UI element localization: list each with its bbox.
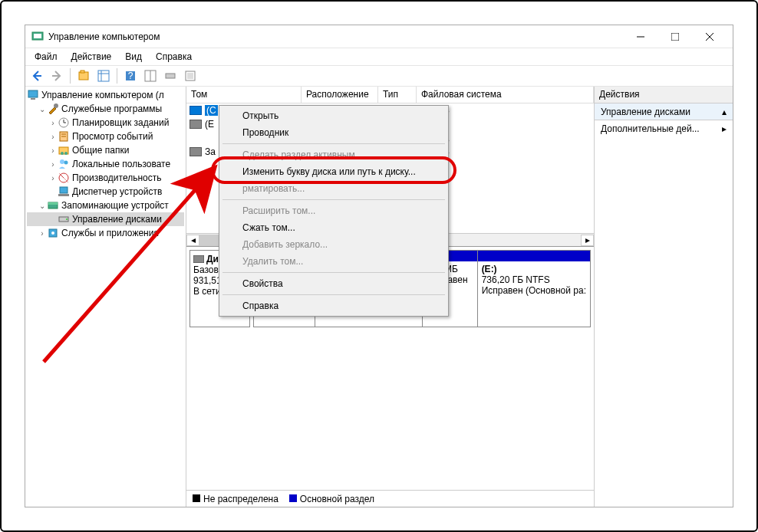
svg-rect-10: [98, 71, 109, 81]
minimize-button[interactable]: [623, 26, 657, 48]
svg-point-30: [61, 152, 64, 155]
actions-section[interactable]: Управление дисками ▴: [595, 103, 733, 120]
tree-disk-management[interactable]: Управление дисками: [27, 212, 184, 226]
svg-rect-19: [187, 73, 193, 79]
col-layout[interactable]: Расположение: [302, 87, 378, 103]
clock-icon: [58, 117, 70, 129]
actions-pane: Действия Управление дисками ▴ Дополнител…: [595, 87, 733, 507]
services-icon: [47, 227, 59, 239]
performance-icon: [58, 172, 70, 184]
toolbar-icon-6[interactable]: [182, 67, 199, 84]
legend-unallocated: Не распределена: [193, 494, 278, 504]
disk-icon: [193, 255, 204, 263]
toolbar-icon-2[interactable]: [95, 67, 112, 84]
tree-root[interactable]: Управление компьютером (л: [27, 88, 184, 102]
tree-event-viewer[interactable]: ›Просмотр событий: [27, 130, 184, 143]
expand-icon[interactable]: ⌄: [38, 105, 47, 113]
ctx-help[interactable]: Справка: [221, 297, 447, 314]
menu-action[interactable]: Действие: [65, 50, 118, 64]
close-button[interactable]: [692, 26, 727, 48]
actions-header: Действия: [595, 87, 733, 103]
svg-point-33: [64, 161, 68, 165]
device-icon: [58, 186, 70, 198]
tree-pane: Управление компьютером (л ⌄ Служебные пр…: [25, 87, 186, 507]
ctx-change-letter[interactable]: Изменить букву диска или путь к диску...: [221, 163, 447, 180]
partition[interactable]: (E:)736,20 ГБ NTFSИсправен (Основной ра:: [478, 251, 590, 327]
svg-rect-20: [28, 90, 38, 97]
back-button[interactable]: [28, 67, 45, 84]
tree-shared-folders[interactable]: ›Общие папки: [27, 143, 184, 157]
tree-group-utilities[interactable]: ⌄ Служебные программы: [27, 102, 184, 116]
window-title: Управление компьютером: [48, 31, 623, 42]
volume-icon: [190, 106, 202, 115]
ctx-mirror: Добавить зеркало...: [221, 236, 447, 253]
toolbar: ?: [25, 65, 733, 87]
svg-rect-17: [166, 74, 175, 78]
expand-icon[interactable]: ›: [48, 174, 58, 182]
svg-point-32: [60, 159, 64, 164]
folder-share-icon: [58, 144, 70, 156]
ctx-format: рматировать...: [221, 180, 447, 197]
menu-bar: Файл Действие Вид Справка: [25, 48, 733, 65]
help-icon[interactable]: ?: [122, 67, 139, 84]
expand-icon[interactable]: ⌄: [38, 202, 47, 210]
menu-help[interactable]: Справка: [150, 50, 198, 64]
tree-group-storage[interactable]: ⌄Запоминающие устройст: [27, 199, 184, 212]
tree-performance[interactable]: ›Производительность: [27, 171, 184, 185]
ctx-extend: Расширить том...: [221, 202, 447, 219]
svg-rect-45: [193, 255, 204, 263]
volume-icon: [190, 147, 202, 156]
ctx-explorer[interactable]: Проводник: [221, 124, 447, 141]
volume-icon: [190, 120, 202, 129]
tools-icon: [47, 103, 59, 115]
ctx-open[interactable]: Открыть: [221, 107, 447, 124]
expand-icon[interactable]: ›: [48, 146, 58, 155]
legend-primary: Основной раздел: [289, 494, 374, 504]
expand-icon[interactable]: ›: [48, 119, 58, 127]
menu-view[interactable]: Вид: [119, 50, 148, 64]
tree-task-scheduler[interactable]: ›Планировщик заданий: [27, 116, 184, 130]
tree-device-manager[interactable]: Диспетчер устройств: [27, 185, 184, 199]
scroll-right-icon[interactable]: ▸: [581, 235, 594, 246]
disk-icon: [58, 213, 70, 225]
actions-more[interactable]: Дополнительные дей... ▸: [595, 120, 733, 137]
ctx-shrink[interactable]: Сжать том...: [221, 219, 447, 236]
ctx-properties[interactable]: Свойства: [221, 275, 447, 292]
svg-rect-3: [671, 33, 679, 41]
toolbar-icon-1[interactable]: [75, 67, 92, 84]
legend: Не распределена Основной раздел: [186, 490, 594, 507]
svg-rect-21: [31, 98, 35, 100]
forward-button[interactable]: [48, 67, 65, 84]
tree-local-users[interactable]: ›Локальные пользовате: [27, 157, 184, 171]
ctx-make-active: Сделать раздел активным: [221, 146, 447, 163]
menu-file[interactable]: Файл: [28, 50, 64, 64]
collapse-icon[interactable]: ▴: [722, 107, 727, 117]
maximize-button[interactable]: [657, 26, 692, 48]
context-menu: Открыть Проводник Сделать раздел активны…: [219, 105, 449, 317]
col-type[interactable]: Тип: [378, 87, 417, 103]
toolbar-icon-5[interactable]: [162, 67, 179, 84]
title-bar: Управление компьютером: [25, 25, 733, 48]
svg-rect-9: [81, 71, 84, 73]
svg-point-22: [54, 103, 58, 108]
svg-rect-1: [34, 34, 41, 38]
users-icon: [58, 158, 70, 170]
storage-icon: [47, 199, 59, 212]
svg-point-44: [51, 232, 54, 235]
ctx-delete: Удалить том...: [221, 253, 447, 270]
svg-point-42: [66, 218, 68, 220]
app-icon: [31, 31, 44, 43]
chevron-right-icon: ▸: [722, 123, 727, 134]
svg-rect-40: [48, 202, 58, 205]
expand-icon[interactable]: ›: [48, 133, 58, 141]
scroll-left-icon[interactable]: ◂: [186, 235, 199, 246]
toolbar-icon-4[interactable]: [142, 67, 159, 84]
expand-icon[interactable]: ›: [38, 229, 47, 238]
expand-icon[interactable]: ›: [48, 160, 58, 169]
event-icon: [58, 130, 70, 143]
tree-group-services[interactable]: ›Службы и приложения: [27, 226, 184, 240]
col-volume[interactable]: Том: [186, 87, 302, 103]
svg-rect-37: [60, 187, 68, 193]
svg-point-31: [64, 152, 68, 155]
col-fs[interactable]: Файловая система: [417, 87, 594, 103]
